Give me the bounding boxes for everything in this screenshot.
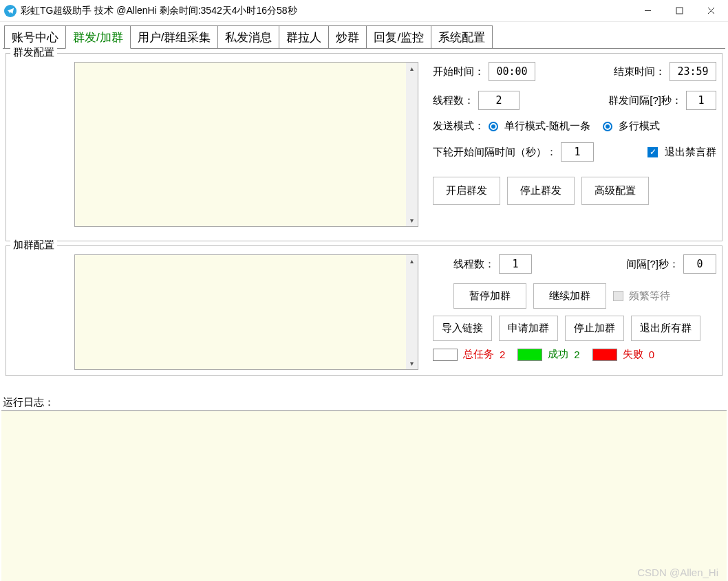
scrollbar[interactable]: ▴ ▾ <box>406 255 418 369</box>
tab-system[interactable]: 系统配置 <box>431 25 493 49</box>
tab-hype[interactable]: 炒群 <box>328 25 367 49</box>
window-controls <box>632 0 727 22</box>
radio-single-mode[interactable] <box>489 122 498 131</box>
svg-rect-1 <box>676 8 683 14</box>
tab-invite[interactable]: 群拉人 <box>279 25 329 49</box>
mass-send-textarea[interactable]: ▴ ▾ <box>74 62 418 227</box>
titlebar: 彩虹TG超级助手 技术 @AllenHi 剩余时间:3542天4小时16分58秒 <box>0 0 728 22</box>
interval-input[interactable] <box>686 91 716 110</box>
tab-reply-monitor[interactable]: 回复/监控 <box>366 25 431 49</box>
app-icon <box>4 5 17 17</box>
minimize-button[interactable] <box>632 0 663 22</box>
tab-private-msg[interactable]: 私发消息 <box>217 25 279 49</box>
tab-bar: 账号中心 群发/加群 用户/群组采集 私发消息 群拉人 炒群 回复/监控 系统配… <box>0 22 728 48</box>
continue-join-button[interactable]: 继续加群 <box>533 283 606 309</box>
mass-send-legend: 群发配置 <box>10 46 57 59</box>
scroll-up-icon[interactable]: ▴ <box>406 63 418 74</box>
tab-account[interactable]: 账号中心 <box>4 25 66 49</box>
swatch-fail-icon <box>592 349 617 361</box>
next-round-label: 下轮开始间隔时间（秒）： <box>433 146 557 159</box>
scroll-down-icon[interactable]: ▾ <box>406 215 418 226</box>
scroll-down-icon[interactable]: ▾ <box>406 358 418 369</box>
content-panel: 群发配置 ▴ ▾ 开始时间： 结束时间： 线程数： 群发间隔[?]秒： <box>3 48 725 393</box>
tab-mass-send[interactable]: 群发/加群 <box>65 25 131 49</box>
total-value: 2 <box>500 349 505 360</box>
exit-mute-label: 退出禁言群 <box>665 146 716 159</box>
mass-send-groupbox: 群发配置 ▴ ▾ 开始时间： 结束时间： 线程数： 群发间隔[?]秒： <box>6 53 722 241</box>
scrollbar[interactable]: ▴ ▾ <box>406 63 418 226</box>
jg-interval-label: 间隔[?]秒： <box>626 258 679 271</box>
exit-all-groups-button[interactable]: 退出所有群 <box>631 316 700 341</box>
join-group-legend: 加群配置 <box>10 239 57 252</box>
watermark: CSDN @Allen_Hi <box>637 567 718 578</box>
total-label: 总任务 <box>463 348 494 361</box>
stop-join-button[interactable]: 停止加群 <box>565 316 624 341</box>
join-group-textarea[interactable]: ▴ ▾ <box>74 254 418 370</box>
start-mass-send-button[interactable]: 开启群发 <box>433 177 500 205</box>
end-time-label: 结束时间： <box>614 65 665 78</box>
jg-threads-label: 线程数： <box>453 258 495 271</box>
success-label: 成功 <box>548 348 568 361</box>
apply-join-button[interactable]: 申请加群 <box>499 316 558 341</box>
jg-threads-input[interactable] <box>499 254 532 274</box>
import-links-button[interactable]: 导入链接 <box>433 316 492 341</box>
radio-multi-mode[interactable] <box>603 122 612 131</box>
freq-wait-label: 频繁等待 <box>629 289 670 303</box>
next-round-input[interactable] <box>561 142 594 162</box>
scroll-track[interactable] <box>406 267 418 358</box>
mode-label: 发送模式： <box>433 120 484 133</box>
close-button[interactable] <box>695 0 727 22</box>
jg-interval-input[interactable] <box>683 254 716 274</box>
swatch-total-icon <box>433 349 458 361</box>
end-time-input[interactable] <box>670 62 716 81</box>
radio-multi-label: 多行模式 <box>619 120 660 133</box>
scroll-up-icon[interactable]: ▴ <box>406 255 418 267</box>
join-group-groupbox: 加群配置 ▴ ▾ 线程数： 间隔[?]秒： 暂停加群 继续加群 频繁等待 <box>6 245 722 376</box>
mass-send-form: 开始时间： 结束时间： 线程数： 群发间隔[?]秒： 发送模式： 单行模式-随机… <box>433 62 716 205</box>
success-value: 2 <box>574 349 579 360</box>
tab-collect[interactable]: 用户/群组采集 <box>130 25 219 49</box>
window-title: 彩虹TG超级助手 技术 @AllenHi 剩余时间:3542天4小时16分58秒 <box>21 5 297 17</box>
pause-join-button[interactable]: 暂停加群 <box>453 283 526 309</box>
exit-mute-checkbox[interactable]: ✓ <box>647 147 658 157</box>
freq-wait-checkbox <box>613 291 623 301</box>
interval-label: 群发间隔[?]秒： <box>608 94 682 107</box>
start-time-input[interactable] <box>489 62 535 81</box>
start-time-label: 开始时间： <box>433 65 484 78</box>
radio-single-label: 单行模式-随机一条 <box>504 120 590 133</box>
threads-input[interactable] <box>478 91 520 110</box>
stop-mass-send-button[interactable]: 停止群发 <box>507 177 575 205</box>
log-label: 运行日志： <box>3 396 725 409</box>
log-area[interactable]: CSDN @Allen_Hi <box>1 410 727 581</box>
join-group-form: 线程数： 间隔[?]秒： 暂停加群 继续加群 频繁等待 导入链接 申请加群 停止… <box>433 254 716 361</box>
scroll-track[interactable] <box>406 74 418 215</box>
advanced-config-button[interactable]: 高级配置 <box>581 177 649 205</box>
fail-label: 失败 <box>623 348 643 361</box>
maximize-button[interactable] <box>663 0 695 22</box>
fail-value: 0 <box>649 349 654 360</box>
swatch-success-icon <box>517 349 542 361</box>
threads-label: 线程数： <box>433 94 474 107</box>
